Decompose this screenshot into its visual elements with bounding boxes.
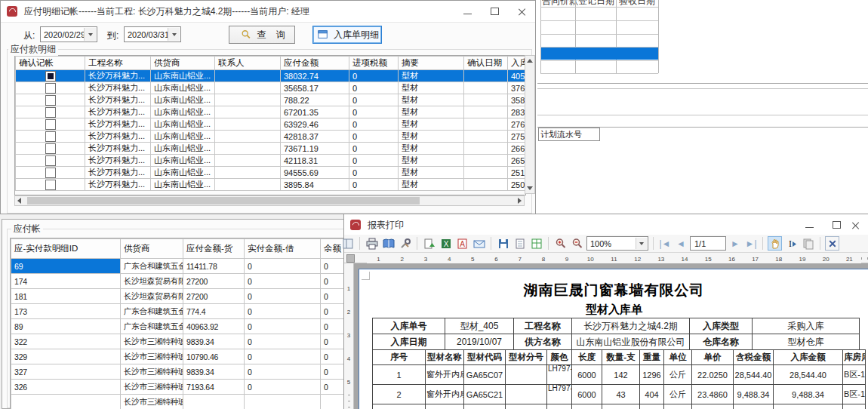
confirm-checkbox[interactable] (45, 143, 56, 154)
scroll-left-arrow-icon[interactable] (17, 198, 21, 204)
vertical-scrollbar[interactable] (525, 55, 535, 194)
payable-account-row[interactable]: 326 长沙市三湘特种玻璃有限公司 7193.64 0 0 (11, 380, 346, 395)
close-button[interactable] (508, 1, 535, 22)
copy-icon[interactable] (801, 236, 815, 251)
column-header[interactable]: 应付金额-货 (183, 239, 245, 259)
export-excel-icon[interactable]: X (439, 236, 453, 251)
column-header[interactable]: 联系人 (215, 57, 281, 70)
scroll-down-arrow-icon[interactable] (527, 186, 533, 190)
prev-page-button[interactable]: ◄ (674, 238, 688, 249)
payable-detail-row[interactable]: 长沙万科魅力... 山东南山铝业... 3895.84 0 型材 250 (16, 179, 525, 191)
document-icon[interactable] (512, 236, 527, 251)
close-button[interactable] (850, 214, 860, 235)
inbound-detail-button[interactable]: 入库单明细 (312, 26, 382, 44)
export-html-icon[interactable] (529, 236, 543, 251)
title-bar[interactable]: 应付明细记帐------当前工程: 长沙万科魅力之城4.2期------当前用户… (1, 1, 535, 23)
book-icon[interactable] (381, 236, 396, 251)
payable-account-row[interactable]: 181 长沙坦森贸易有限公司 27200 0 0 (11, 289, 346, 304)
column-header[interactable]: 供货商 (121, 239, 183, 259)
title-bar[interactable]: 报表打印 (344, 214, 868, 236)
payable-account-row[interactable]: 89 广东合和建筑五金制品有限公司 40963.92 0 0 (11, 319, 346, 334)
detail-id-cell: 89 (11, 319, 121, 334)
confirm-checkbox[interactable] (45, 119, 56, 130)
confirm-date-cell (464, 82, 508, 94)
payable-detail-row[interactable]: 长沙万科魅力... 山东南山铝业... 94555.69 0 型材 251 (16, 167, 525, 179)
payable-detail-row[interactable]: 长沙万科魅力... 山东南山铝业... 63929.46 0 型材 276 (16, 118, 525, 131)
first-page-button[interactable]: |◄ (658, 238, 672, 249)
scroll-right-arrow-icon[interactable] (518, 198, 522, 204)
payable-account-row[interactable]: 69 广东合和建筑五金制品有限公司 11411.78 0 0 (11, 259, 346, 274)
paid-amount-cell: 0 (245, 304, 321, 319)
payable-account-row[interactable]: 长沙市三湘特种玻璃有限公司 (11, 395, 346, 409)
confirm-checkbox[interactable] (45, 180, 56, 190)
column-header[interactable]: 确认日期 (464, 57, 508, 70)
chevron-down-icon[interactable] (636, 238, 647, 249)
confirm-checkbox[interactable] (45, 83, 56, 94)
column-header[interactable]: 进项税额 (349, 57, 399, 70)
column-header[interactable]: 确认记帐 (16, 57, 85, 70)
column-header[interactable]: 摘要 (399, 57, 464, 70)
save-icon[interactable] (496, 236, 510, 251)
column-header[interactable]: 入库 (508, 57, 525, 70)
minimize-button[interactable] (796, 214, 823, 235)
payable-detail-row[interactable]: 长沙万科魅力... 山东南山铝业... 38032.74 0 型材 405 (16, 70, 525, 82)
column-header[interactable]: 应付金额 (281, 57, 349, 70)
ruler-number: 1 (344, 277, 353, 300)
payable-detail-row[interactable]: 长沙万科魅力... 山东南山铝业... 42118.31 0 型材 265 (16, 155, 525, 167)
horizontal-scrollbar[interactable] (14, 195, 525, 206)
selected-empty-row[interactable] (541, 48, 658, 60)
maximize-button[interactable] (481, 1, 508, 22)
print-icon[interactable] (365, 236, 379, 251)
zoom-level-combo[interactable]: 100% (586, 236, 648, 251)
payable-detail-row[interactable]: 长沙万科魅力... 山东南山铝业... 73671.19 0 型材 266 (16, 143, 525, 155)
zoom-in-icon[interactable] (553, 236, 568, 251)
export-pdf-icon[interactable]: A (455, 236, 469, 251)
payable-account-row[interactable]: 327 长沙市三湘特种玻璃有限公司 9839.34 0 0 (11, 364, 346, 380)
from-date-combo[interactable]: 2020/02/29 (40, 26, 97, 42)
confirm-checkbox[interactable] (45, 71, 56, 81)
payable-account-row[interactable]: 322 长沙市三湘特种玻璃有限公司 9839.34 0 0 (11, 334, 346, 349)
payable-detail-row[interactable]: 长沙万科魅力... 山东南山铝业... 42818.37 0 型材 275 (16, 131, 525, 143)
confirm-checkbox[interactable] (45, 131, 56, 142)
minimize-button[interactable] (454, 1, 481, 22)
detail-column-header: 长度 (572, 350, 602, 365)
confirm-checkbox[interactable] (45, 168, 56, 178)
to-date-combo[interactable]: 2020/03/31 (124, 26, 181, 42)
payable-detail-row[interactable]: 长沙万科魅力... 山东南山铝业... 67201.35 0 型材 283 (16, 106, 525, 118)
column-header[interactable]: 供货商 (151, 57, 215, 70)
plan-serial-field[interactable]: 计划流水号 (538, 128, 600, 141)
confirm-checkbox[interactable] (45, 107, 56, 118)
chevron-down-icon[interactable] (168, 28, 180, 41)
payable-detail-row[interactable]: 长沙万科魅力... 山东南山铝业... 788.22 0 型材 358 (16, 94, 525, 106)
text-select-tool-button[interactable]: I (784, 236, 799, 251)
last-page-button[interactable]: ►| (744, 238, 758, 249)
confirm-checkbox[interactable] (45, 155, 56, 166)
column-header[interactable]: 应-实付款明细ID (11, 239, 121, 259)
scroll-up-arrow-icon[interactable] (527, 59, 533, 63)
export-email-icon[interactable] (472, 236, 486, 251)
query-button[interactable]: 查 询 (229, 26, 295, 44)
hand-tool-button[interactable] (768, 236, 782, 251)
profile-name-cell: 窗外开内扇 (426, 365, 464, 385)
confirm-checkbox[interactable] (45, 95, 56, 106)
maximize-button[interactable] (823, 214, 850, 235)
column-header[interactable]: 工程名称 (85, 57, 151, 70)
payable-account-row[interactable]: 329 长沙市三湘特种玻璃有限公司 10790.46 0 0 (11, 349, 346, 364)
page-setup-icon[interactable] (398, 236, 412, 251)
pages-panel-icon[interactable] (340, 236, 355, 251)
page-indicator-box[interactable]: 1/1 (690, 236, 726, 251)
chevron-down-icon[interactable] (84, 28, 96, 41)
report-preview-area[interactable]: 湖南巨晟门窗幕墙有限公司 型材入库单 入库单号 型材_405 工程名称 长沙万科… (354, 263, 868, 409)
window-title: 应付明细记帐------当前工程: 长沙万科魅力之城4.2期------当前用户… (24, 5, 309, 18)
close-preview-button[interactable] (825, 236, 839, 251)
export-doc-icon[interactable] (422, 236, 436, 251)
scrollbar-thumb[interactable] (27, 197, 420, 204)
payable-account-row[interactable]: 173 广东合和建筑五金制品有限公司 774.4 0 0 (11, 304, 346, 319)
column-header[interactable]: 实付金额-借 (245, 239, 321, 259)
payable-account-row[interactable]: 174 长沙坦森贸易有限公司 27200 0 0 (11, 274, 346, 289)
next-page-button[interactable]: ► (728, 238, 742, 249)
zoom-out-icon[interactable] (570, 236, 584, 251)
payable-amount-cell: 9839.34 (183, 364, 245, 380)
detail-id-cell: 326 (11, 380, 121, 395)
payable-detail-row[interactable]: 长沙万科魅力... 山东南山铝业... 35658.17 0 型材 376 (16, 82, 525, 94)
